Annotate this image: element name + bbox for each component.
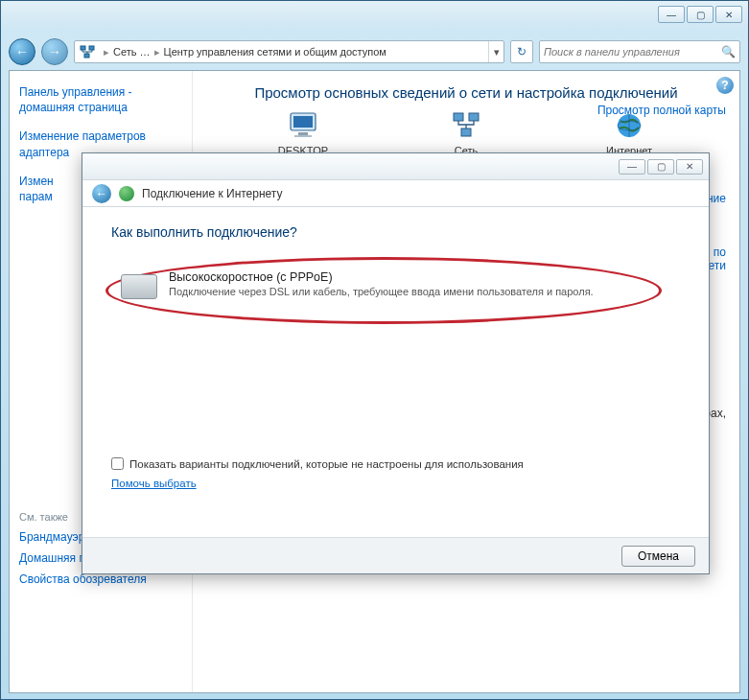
dialog-header: ← Подключение к Интернету — [82, 180, 709, 207]
svg-rect-5 — [298, 132, 308, 135]
dialog-lower: Показать варианты подключений, которые н… — [111, 457, 680, 491]
sidebar-sharing-text2: парам — [19, 190, 53, 203]
show-unconfigured-checkbox[interactable]: Показать варианты подключений, которые н… — [111, 457, 680, 470]
dialog-title: Подключение к Интернету — [142, 187, 283, 200]
net-item-internet[interactable]: Интернет — [591, 110, 667, 156]
close-button[interactable]: ✕ — [715, 6, 742, 23]
maximize-button[interactable]: ▢ — [687, 6, 714, 23]
dialog-question: Как выполнить подключение? — [111, 224, 680, 240]
network-map-row: DESKTOP Сеть Интернет — [206, 110, 726, 156]
forward-button[interactable]: → — [41, 38, 68, 65]
dialog-body: Как выполнить подключение? Высокоскорост… — [82, 207, 709, 537]
computer-icon — [286, 110, 320, 141]
globe-small-icon — [119, 186, 134, 201]
dialog-footer: Отмена — [82, 537, 709, 573]
show-unconfigured-input[interactable] — [111, 457, 124, 470]
sidebar-internet-options-link[interactable]: Свойства обозревателя — [19, 572, 182, 586]
dialog-minimize-button[interactable]: — — [619, 159, 645, 175]
network-hub-icon — [449, 110, 483, 141]
breadcrumb-dropdown[interactable]: ▾ — [488, 41, 503, 62]
network-icon — [79, 43, 96, 60]
option-desc: Подключение через DSL или кабель, требую… — [169, 285, 594, 299]
svg-rect-9 — [461, 128, 471, 136]
svg-rect-7 — [454, 113, 463, 121]
help-icon[interactable]: ? — [716, 77, 734, 94]
view-full-map-link[interactable]: Просмотр полной карты — [597, 104, 726, 117]
modem-icon — [121, 274, 157, 299]
help-choose-link[interactable]: Помочь выбрать — [111, 478, 197, 489]
show-unconfigured-label: Показать варианты подключений, которые н… — [129, 458, 524, 470]
breadcrumb-current[interactable]: Центр управления сетями и общим доступом — [164, 46, 386, 58]
minimize-button[interactable]: — — [658, 6, 685, 23]
breadcrumb[interactable]: ▸ Сеть … ▸ Центр управления сетями и общ… — [74, 40, 504, 63]
dialog-back-button[interactable]: ← — [92, 184, 111, 203]
svg-rect-1 — [89, 46, 94, 50]
titlebar: — ▢ ✕ — [1, 1, 748, 28]
option-title: Высокоскоростное (с PPPoE) — [169, 270, 594, 284]
search-input[interactable] — [544, 46, 721, 58]
nav-toolbar: ← → ▸ Сеть … ▸ Центр управления сетями и… — [9, 34, 740, 70]
sidebar-sharing-text1: Измен — [19, 175, 54, 188]
dialog-maximize-button[interactable]: ▢ — [647, 159, 674, 175]
search-icon: 🔍 — [721, 45, 736, 58]
breadcrumb-root[interactable]: Сеть … — [113, 46, 151, 58]
option-text: Высокоскоростное (с PPPoE) Подключение ч… — [169, 270, 594, 299]
breadcrumb-sep: ▸ — [151, 46, 164, 58]
svg-rect-0 — [81, 46, 85, 50]
page-heading: Просмотр основных сведений о сети и наст… — [206, 84, 726, 101]
option-pppoe[interactable]: Высокоскоростное (с PPPoE) Подключение ч… — [111, 265, 680, 305]
refresh-button[interactable]: ↻ — [510, 40, 533, 63]
connect-internet-dialog: — ▢ ✕ ← Подключение к Интернету Как выпо… — [82, 152, 710, 574]
svg-rect-6 — [294, 135, 312, 137]
net-item-desktop[interactable]: DESKTOP — [265, 110, 341, 156]
net-item-network[interactable]: Сеть — [428, 110, 504, 156]
dialog-titlebar: — ▢ ✕ — [82, 153, 709, 180]
dialog-close-button[interactable]: ✕ — [676, 159, 703, 175]
svg-rect-4 — [293, 116, 313, 128]
cancel-button[interactable]: Отмена — [621, 546, 695, 567]
breadcrumb-sep: ▸ — [100, 46, 113, 58]
svg-rect-2 — [84, 54, 89, 58]
sidebar-home-link[interactable]: Панель управления - домашняя страница — [19, 84, 182, 115]
svg-rect-8 — [469, 113, 479, 121]
search-box[interactable]: 🔍 — [539, 40, 740, 63]
back-button[interactable]: ← — [9, 38, 35, 65]
